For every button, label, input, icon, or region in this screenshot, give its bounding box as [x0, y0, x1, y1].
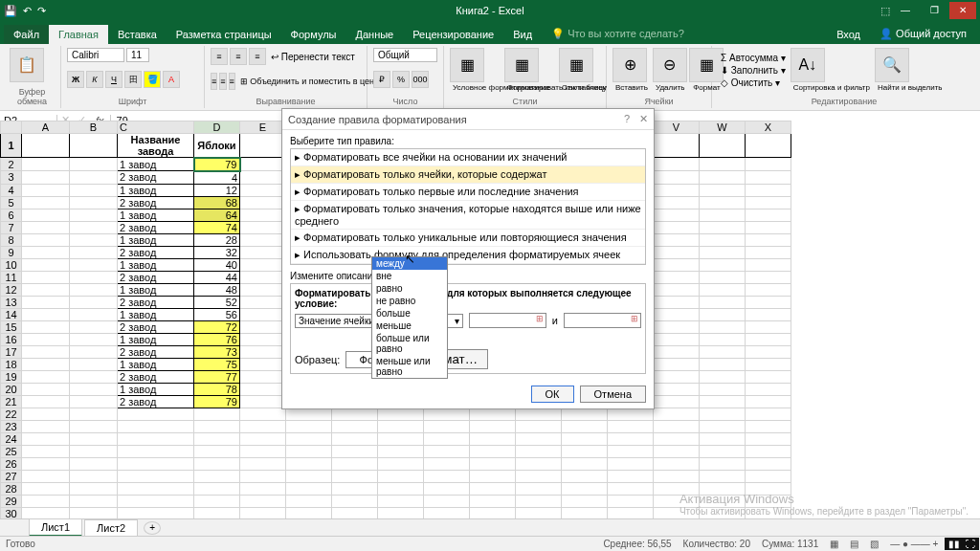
row-header[interactable]: 1 — [1, 134, 22, 158]
column-header[interactable]: X — [746, 121, 791, 134]
cell[interactable]: 1 завод — [118, 184, 194, 196]
autosum-button[interactable]: Σ Автосумма ▾ — [718, 52, 789, 64]
clear-button[interactable]: ◇ Очистить ▾ — [718, 77, 789, 89]
row-header[interactable]: 13 — [1, 296, 22, 308]
cell[interactable]: 72 — [194, 320, 240, 333]
condition-type-select[interactable]: Значение ячейки▾ — [295, 314, 383, 328]
video-controls[interactable]: ▮▮ ⛶ — [945, 538, 979, 550]
tab-layout[interactable]: Разметка страницы — [167, 25, 281, 44]
ribbon-opts-icon[interactable]: ⬚ — [880, 5, 890, 17]
dropdown-option[interactable]: больше — [372, 307, 447, 320]
cell[interactable]: 78 — [194, 383, 240, 395]
cell[interactable]: 77 — [194, 370, 240, 383]
row-header[interactable]: 27 — [1, 470, 22, 482]
cell[interactable]: 40 — [194, 258, 240, 271]
row-header[interactable]: 3 — [1, 171, 22, 185]
zoom-slider[interactable]: — ● —— + — [890, 539, 938, 549]
align-right-icon[interactable]: ≡ — [229, 73, 235, 90]
row-header[interactable]: 26 — [1, 457, 22, 470]
cell[interactable]: 64 — [194, 209, 240, 221]
row-header[interactable]: 25 — [1, 445, 22, 457]
sheet-tab-1[interactable]: Лист1 — [29, 518, 82, 537]
column-header[interactable]: D — [194, 121, 240, 134]
cell[interactable]: 2 завод — [118, 395, 194, 408]
close-button[interactable]: ✕ — [949, 2, 976, 19]
cell[interactable]: 1 завод — [118, 209, 194, 221]
view-break-icon[interactable]: ▧ — [870, 539, 879, 549]
tab-data[interactable]: Данные — [345, 25, 403, 44]
row-header[interactable]: 24 — [1, 432, 22, 445]
cell[interactable]: 44 — [194, 271, 240, 283]
value-from-input[interactable] — [469, 313, 546, 328]
cell[interactable]: 1 завод — [118, 258, 194, 271]
dropdown-option[interactable]: не равно — [372, 295, 447, 307]
border-button[interactable]: 田 — [124, 71, 142, 88]
column-header[interactable]: E — [240, 121, 286, 134]
view-page-icon[interactable]: ▤ — [850, 539, 858, 549]
column-header[interactable]: A — [22, 121, 70, 134]
font-select[interactable]: Calibri — [67, 48, 124, 62]
view-normal-icon[interactable]: ▦ — [830, 539, 838, 549]
dialog-close-icon[interactable]: ✕ — [639, 113, 648, 125]
cell[interactable]: 75 — [194, 358, 240, 370]
redo-icon[interactable]: ↷ — [37, 5, 46, 17]
row-header[interactable]: 4 — [1, 184, 22, 196]
row-header[interactable]: 10 — [1, 258, 22, 271]
cell[interactable]: 2 завод — [118, 370, 194, 383]
row-header[interactable]: 11 — [1, 271, 22, 283]
row-header[interactable]: 6 — [1, 209, 22, 221]
column-header[interactable]: V — [654, 121, 700, 134]
minimize-button[interactable]: — — [892, 2, 919, 19]
dropdown-option[interactable]: меньше — [372, 320, 447, 332]
cell[interactable]: 79 — [194, 158, 240, 171]
cell[interactable]: 2 завод — [118, 296, 194, 308]
ok-button[interactable]: ОК — [531, 386, 574, 403]
cell[interactable]: 56 — [194, 308, 240, 320]
currency-icon[interactable]: ₽ — [373, 71, 390, 88]
add-sheet-button[interactable]: + — [144, 521, 161, 535]
column-header[interactable]: B — [70, 121, 118, 134]
cell[interactable]: 79 — [194, 395, 240, 408]
cell[interactable]: 2 завод — [118, 320, 194, 333]
cell[interactable]: 2 завод — [118, 345, 194, 358]
tab-formulas[interactable]: Формулы — [281, 25, 346, 44]
rule-type-option[interactable]: ▸ Форматировать все ячейки на основании … — [291, 149, 645, 166]
cell-styles-button[interactable]: ▦ — [559, 48, 593, 82]
cell[interactable]: 32 — [194, 246, 240, 258]
align-top-icon[interactable]: ≡ — [211, 48, 228, 65]
cell[interactable]: 76 — [194, 333, 240, 345]
row-header[interactable]: 20 — [1, 383, 22, 395]
cell[interactable]: 2 завод — [118, 271, 194, 283]
cell[interactable]: 12 — [194, 184, 240, 196]
find-select-button[interactable]: 🔍 — [875, 48, 909, 82]
dropdown-option[interactable]: между — [372, 257, 447, 270]
cell[interactable]: 1 завод — [118, 158, 194, 171]
bold-button[interactable]: Ж — [67, 71, 84, 88]
row-header[interactable]: 17 — [1, 345, 22, 358]
dialog-help-icon[interactable]: ? — [624, 113, 630, 125]
cell[interactable]: Название завода — [118, 134, 194, 158]
align-center-icon[interactable]: ≡ — [219, 73, 226, 90]
delete-cells-button[interactable]: ⊖ — [653, 48, 687, 82]
tell-me-search[interactable]: 💡 Что вы хотите сделать? — [542, 24, 694, 44]
rule-type-option[interactable]: ▸ Форматировать только уникальные или по… — [291, 230, 645, 247]
row-header[interactable]: 12 — [1, 283, 22, 296]
dropdown-option[interactable]: вне — [372, 270, 447, 282]
number-format-select[interactable]: Общий — [373, 48, 437, 62]
pause-icon[interactable]: ▮▮ — [948, 539, 960, 549]
rule-type-option[interactable]: ▸ Форматировать только ячейки, которые с… — [291, 166, 645, 184]
sheet-tab-2[interactable]: Лист2 — [84, 519, 138, 536]
cell[interactable]: 2 завод — [118, 246, 194, 258]
row-header[interactable]: 18 — [1, 358, 22, 370]
tab-home[interactable]: Главная — [49, 25, 108, 44]
cell[interactable]: 74 — [194, 221, 240, 233]
login-link[interactable]: Вход — [827, 25, 870, 44]
row-header[interactable]: 14 — [1, 308, 22, 320]
cell[interactable]: 48 — [194, 283, 240, 296]
column-header[interactable]: W — [700, 121, 746, 134]
row-header[interactable]: 19 — [1, 370, 22, 383]
dropdown-option[interactable]: равно — [372, 282, 447, 295]
row-header[interactable]: 8 — [1, 233, 22, 246]
font-color-button[interactable]: A — [163, 71, 180, 88]
cell[interactable]: 68 — [194, 196, 240, 209]
